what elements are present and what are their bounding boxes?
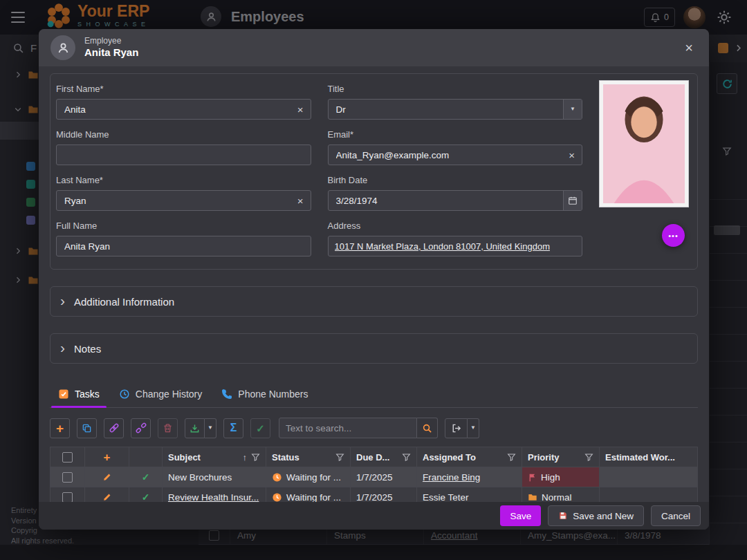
tab-tasks[interactable]: Tasks bbox=[50, 383, 108, 407]
employee-photo[interactable] bbox=[599, 80, 689, 207]
cell-subject-link[interactable]: Review Health Insur... bbox=[168, 492, 259, 503]
email-value[interactable] bbox=[335, 149, 569, 161]
section-label: Additional Information bbox=[74, 296, 174, 308]
tasks-icon bbox=[58, 389, 69, 400]
header-subject[interactable]: Subject ↑ bbox=[163, 447, 266, 467]
clear-icon[interactable]: × bbox=[297, 196, 304, 206]
employee-avatar-icon bbox=[50, 35, 75, 60]
middle-name-label: Middle Name bbox=[56, 129, 311, 140]
row-checkbox[interactable] bbox=[62, 472, 73, 483]
unlink-button[interactable] bbox=[131, 418, 151, 438]
assigned-to-link[interactable]: Francine Bing bbox=[423, 472, 480, 483]
add-task-button[interactable]: + bbox=[50, 418, 70, 438]
filter-funnel-icon[interactable] bbox=[584, 453, 593, 462]
delete-button[interactable] bbox=[158, 418, 178, 438]
tab-change-history[interactable]: Change History bbox=[111, 383, 211, 407]
dialog-entity-label: Employee bbox=[84, 36, 138, 46]
photo-options-button[interactable]: ••• bbox=[662, 224, 685, 247]
save-floppy-icon bbox=[558, 511, 568, 521]
trash-icon bbox=[163, 423, 173, 433]
row-checkbox[interactable] bbox=[62, 492, 73, 503]
cancel-button[interactable]: Cancel bbox=[651, 505, 701, 526]
employee-form: First Name* × Middle Name Last Name* bbox=[50, 73, 698, 270]
sort-ascending-icon[interactable]: ↑ bbox=[243, 452, 248, 463]
chevron-right-icon: › bbox=[60, 340, 65, 355]
filter-funnel-icon[interactable] bbox=[335, 453, 344, 462]
section-notes[interactable]: › Notes bbox=[50, 333, 698, 364]
filter-funnel-icon[interactable] bbox=[402, 453, 411, 462]
clear-icon[interactable]: × bbox=[297, 104, 304, 115]
middle-name-value[interactable] bbox=[63, 149, 304, 161]
cell-due-date: 1/7/2025 bbox=[351, 487, 417, 502]
header-estimated[interactable]: Estimated Wor... bbox=[600, 447, 697, 467]
task-row[interactable]: ✓ Review Health Insur... Waiting for ...… bbox=[50, 487, 697, 502]
status-text: Waiting for ... bbox=[286, 472, 341, 483]
filter-funnel-icon[interactable] bbox=[507, 453, 516, 462]
address-label: Address bbox=[328, 221, 583, 231]
filter-funnel-icon[interactable] bbox=[251, 453, 260, 462]
cell-subject: New Brochures bbox=[163, 467, 266, 487]
section-additional-information[interactable]: › Additional Information bbox=[50, 286, 698, 317]
address-link[interactable]: 1017 N Market Plaza, London 81007, Unite… bbox=[335, 241, 550, 252]
dialog-body: First Name* × Middle Name Last Name* bbox=[39, 66, 709, 502]
cell-due-date: 1/7/2025 bbox=[351, 467, 417, 487]
history-clock-icon bbox=[119, 389, 130, 400]
task-search-button[interactable] bbox=[417, 418, 438, 438]
address-control[interactable]: 1017 N Market Plaza, London 81007, Unite… bbox=[328, 236, 583, 256]
sign-out-icon bbox=[451, 423, 461, 433]
phone-icon bbox=[221, 389, 232, 400]
chevron-right-icon: › bbox=[60, 293, 65, 308]
dialog-title: Anita Ryan bbox=[84, 46, 138, 59]
detail-tabs: Tasks Change History Phone Numbers bbox=[50, 383, 698, 408]
select-all-checkbox[interactable] bbox=[62, 452, 73, 463]
edit-pencil-icon[interactable] bbox=[102, 492, 112, 502]
tab-phone-numbers[interactable]: Phone Numbers bbox=[213, 383, 316, 407]
save-and-new-button[interactable]: Save and New bbox=[548, 505, 644, 526]
full-name-value[interactable] bbox=[63, 241, 304, 252]
header-priority[interactable]: Priority bbox=[522, 447, 600, 467]
last-name-value[interactable] bbox=[63, 195, 297, 207]
task-search bbox=[279, 418, 438, 438]
field-email: Email* × bbox=[328, 120, 583, 165]
dialog-header: Employee Anita Ryan × bbox=[39, 29, 709, 66]
add-row-icon[interactable]: + bbox=[104, 451, 111, 463]
task-search-input[interactable] bbox=[279, 418, 417, 438]
apply-button[interactable]: ✓ bbox=[250, 418, 270, 438]
first-name-value[interactable] bbox=[63, 104, 297, 115]
search-icon bbox=[422, 423, 432, 433]
middle-name-input[interactable] bbox=[56, 144, 311, 165]
caret-down-icon: ▼ bbox=[570, 106, 575, 112]
field-title: Title ▼ bbox=[328, 74, 583, 120]
birth-date-value[interactable] bbox=[335, 195, 564, 207]
calendar-button[interactable] bbox=[563, 191, 582, 210]
header-due-date[interactable]: Due D... bbox=[351, 447, 417, 467]
title-dropdown[interactable]: ▼ bbox=[328, 99, 583, 120]
export-button[interactable] bbox=[185, 418, 205, 438]
full-name-input[interactable] bbox=[56, 236, 311, 256]
header-label: Assigned To bbox=[423, 452, 476, 463]
first-name-input[interactable]: × bbox=[56, 99, 311, 120]
email-input[interactable]: × bbox=[328, 144, 583, 165]
task-row[interactable]: ✓ New Brochures Waiting for ... 1/7/2025… bbox=[50, 467, 697, 487]
dropdown-button[interactable]: ▼ bbox=[563, 100, 582, 119]
export-data-menu-button[interactable]: ▼ bbox=[468, 418, 479, 438]
completed-check-icon: ✓ bbox=[142, 472, 150, 482]
copy-button[interactable] bbox=[77, 418, 97, 438]
plus-icon: + bbox=[56, 422, 64, 435]
edit-pencil-icon[interactable] bbox=[102, 472, 112, 482]
save-button[interactable]: Save bbox=[500, 505, 541, 526]
field-middle-name: Middle Name bbox=[56, 120, 311, 165]
export-menu-button[interactable]: ▼ bbox=[205, 418, 216, 438]
sum-button[interactable]: Σ bbox=[223, 418, 243, 438]
clear-icon[interactable]: × bbox=[568, 150, 575, 160]
last-name-input[interactable]: × bbox=[56, 190, 311, 211]
export-data-button[interactable] bbox=[445, 418, 468, 438]
cell-priority-high: High bbox=[522, 467, 600, 487]
header-assigned-to[interactable]: Assigned To bbox=[417, 447, 522, 467]
birth-date-input[interactable] bbox=[328, 190, 583, 211]
link-button[interactable] bbox=[104, 418, 124, 438]
unlink-icon bbox=[136, 422, 147, 433]
close-icon[interactable]: × bbox=[681, 39, 697, 57]
title-value[interactable] bbox=[335, 104, 564, 115]
header-status[interactable]: Status bbox=[266, 447, 351, 467]
